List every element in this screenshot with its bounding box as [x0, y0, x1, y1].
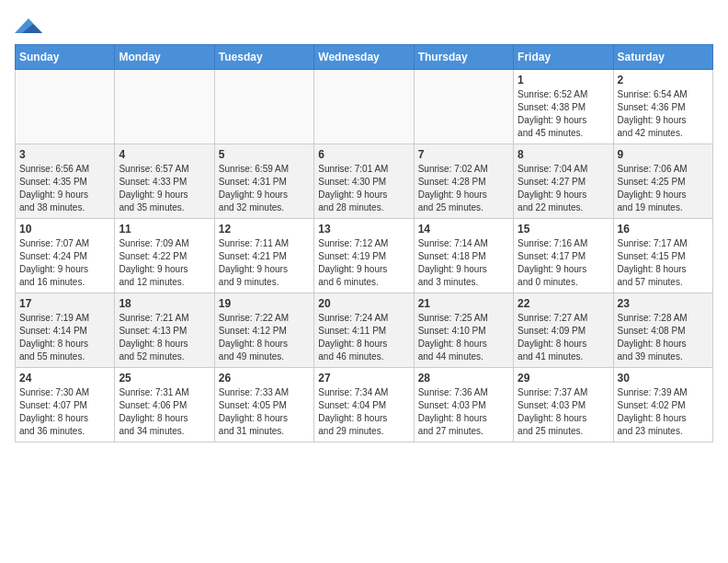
- day-info: Sunrise: 7:17 AM Sunset: 4:15 PM Dayligh…: [618, 237, 709, 289]
- day-info: Sunrise: 7:11 AM Sunset: 4:21 PM Dayligh…: [219, 237, 310, 289]
- day-number: 9: [618, 148, 709, 161]
- day-info: Sunrise: 7:07 AM Sunset: 4:24 PM Dayligh…: [19, 237, 110, 289]
- day-info: Sunrise: 7:28 AM Sunset: 4:08 PM Dayligh…: [618, 312, 709, 363]
- day-info: Sunrise: 7:06 AM Sunset: 4:25 PM Dayligh…: [618, 163, 709, 214]
- calendar-week-row: 3Sunrise: 6:56 AM Sunset: 4:35 PM Daylig…: [16, 144, 713, 219]
- day-info: Sunrise: 7:14 AM Sunset: 4:18 PM Dayligh…: [418, 237, 509, 289]
- day-number: 23: [618, 297, 709, 310]
- weekday-header: Sunday: [16, 45, 115, 70]
- calendar-day-cell: 21Sunrise: 7:25 AM Sunset: 4:10 PM Dayli…: [414, 293, 513, 368]
- day-number: 13: [318, 223, 409, 236]
- day-info: Sunrise: 7:16 AM Sunset: 4:17 PM Dayligh…: [518, 237, 609, 289]
- calendar-header-row: SundayMondayTuesdayWednesdayThursdayFrid…: [16, 45, 713, 70]
- day-info: Sunrise: 7:39 AM Sunset: 4:02 PM Dayligh…: [618, 386, 709, 438]
- calendar-day-cell: [16, 70, 115, 144]
- day-info: Sunrise: 7:25 AM Sunset: 4:10 PM Dayligh…: [418, 312, 509, 363]
- weekday-header: Saturday: [613, 45, 712, 70]
- day-info: Sunrise: 6:59 AM Sunset: 4:31 PM Dayligh…: [219, 163, 310, 214]
- calendar-day-cell: [314, 70, 414, 144]
- calendar-week-row: 24Sunrise: 7:30 AM Sunset: 4:07 PM Dayli…: [16, 368, 713, 442]
- day-info: Sunrise: 7:30 AM Sunset: 4:07 PM Dayligh…: [19, 386, 110, 438]
- day-info: Sunrise: 7:33 AM Sunset: 4:05 PM Dayligh…: [219, 386, 310, 438]
- day-number: 7: [418, 148, 509, 161]
- day-number: 15: [518, 223, 609, 236]
- day-info: Sunrise: 7:24 AM Sunset: 4:11 PM Dayligh…: [318, 312, 409, 363]
- calendar-day-cell: 9Sunrise: 7:06 AM Sunset: 4:25 PM Daylig…: [613, 144, 712, 219]
- day-info: Sunrise: 7:09 AM Sunset: 4:22 PM Dayligh…: [119, 237, 210, 289]
- logo: [15, 15, 46, 37]
- calendar-day-cell: 30Sunrise: 7:39 AM Sunset: 4:02 PM Dayli…: [613, 368, 712, 442]
- day-info: Sunrise: 7:01 AM Sunset: 4:30 PM Dayligh…: [318, 163, 409, 214]
- calendar-day-cell: [414, 70, 513, 144]
- calendar-day-cell: 12Sunrise: 7:11 AM Sunset: 4:21 PM Dayli…: [214, 219, 313, 293]
- day-info: Sunrise: 7:12 AM Sunset: 4:19 PM Dayligh…: [318, 237, 409, 289]
- page-header: [15, 15, 713, 37]
- weekday-header: Tuesday: [214, 45, 313, 70]
- day-info: Sunrise: 7:02 AM Sunset: 4:28 PM Dayligh…: [418, 163, 509, 214]
- calendar-day-cell: 23Sunrise: 7:28 AM Sunset: 4:08 PM Dayli…: [613, 293, 712, 368]
- calendar-day-cell: 2Sunrise: 6:54 AM Sunset: 4:36 PM Daylig…: [613, 70, 712, 144]
- calendar-day-cell: 7Sunrise: 7:02 AM Sunset: 4:28 PM Daylig…: [414, 144, 513, 219]
- day-number: 3: [19, 148, 110, 161]
- calendar-day-cell: 3Sunrise: 6:56 AM Sunset: 4:35 PM Daylig…: [16, 144, 115, 219]
- calendar-day-cell: 13Sunrise: 7:12 AM Sunset: 4:19 PM Dayli…: [314, 219, 414, 293]
- weekday-header: Monday: [115, 45, 214, 70]
- calendar-day-cell: 27Sunrise: 7:34 AM Sunset: 4:04 PM Dayli…: [314, 368, 414, 442]
- calendar-day-cell: 6Sunrise: 7:01 AM Sunset: 4:30 PM Daylig…: [314, 144, 414, 219]
- calendar-day-cell: 16Sunrise: 7:17 AM Sunset: 4:15 PM Dayli…: [613, 219, 712, 293]
- day-number: 1: [518, 74, 609, 86]
- calendar-day-cell: 22Sunrise: 7:27 AM Sunset: 4:09 PM Dayli…: [514, 293, 613, 368]
- day-info: Sunrise: 7:22 AM Sunset: 4:12 PM Dayligh…: [219, 312, 310, 363]
- calendar-day-cell: 26Sunrise: 7:33 AM Sunset: 4:05 PM Dayli…: [214, 368, 313, 442]
- day-number: 4: [119, 148, 210, 161]
- calendar-day-cell: 29Sunrise: 7:37 AM Sunset: 4:03 PM Dayli…: [514, 368, 613, 442]
- logo-icon: [15, 15, 42, 37]
- day-info: Sunrise: 7:04 AM Sunset: 4:27 PM Dayligh…: [518, 163, 609, 214]
- day-number: 14: [418, 223, 509, 236]
- weekday-header: Thursday: [414, 45, 513, 70]
- calendar-week-row: 17Sunrise: 7:19 AM Sunset: 4:14 PM Dayli…: [16, 293, 713, 368]
- day-number: 20: [318, 297, 409, 310]
- calendar-day-cell: 24Sunrise: 7:30 AM Sunset: 4:07 PM Dayli…: [16, 368, 115, 442]
- calendar-week-row: 1Sunrise: 6:52 AM Sunset: 4:38 PM Daylig…: [16, 70, 713, 144]
- calendar-day-cell: [214, 70, 313, 144]
- calendar-day-cell: 28Sunrise: 7:36 AM Sunset: 4:03 PM Dayli…: [414, 368, 513, 442]
- day-number: 30: [618, 372, 709, 385]
- day-number: 2: [618, 74, 709, 86]
- day-info: Sunrise: 7:34 AM Sunset: 4:04 PM Dayligh…: [318, 386, 409, 438]
- calendar-day-cell: 17Sunrise: 7:19 AM Sunset: 4:14 PM Dayli…: [16, 293, 115, 368]
- day-info: Sunrise: 6:52 AM Sunset: 4:38 PM Dayligh…: [518, 88, 609, 140]
- day-number: 10: [19, 223, 110, 236]
- day-info: Sunrise: 7:27 AM Sunset: 4:09 PM Dayligh…: [518, 312, 609, 363]
- day-number: 26: [219, 372, 310, 385]
- day-number: 8: [518, 148, 609, 161]
- day-number: 22: [518, 297, 609, 310]
- calendar-day-cell: 1Sunrise: 6:52 AM Sunset: 4:38 PM Daylig…: [514, 70, 613, 144]
- calendar-day-cell: 19Sunrise: 7:22 AM Sunset: 4:12 PM Dayli…: [214, 293, 313, 368]
- day-number: 5: [219, 148, 310, 161]
- calendar-day-cell: 10Sunrise: 7:07 AM Sunset: 4:24 PM Dayli…: [16, 219, 115, 293]
- day-number: 11: [119, 223, 210, 236]
- weekday-header: Friday: [514, 45, 613, 70]
- day-info: Sunrise: 7:36 AM Sunset: 4:03 PM Dayligh…: [418, 386, 509, 438]
- day-number: 21: [418, 297, 509, 310]
- day-info: Sunrise: 7:19 AM Sunset: 4:14 PM Dayligh…: [19, 312, 110, 363]
- day-number: 19: [219, 297, 310, 310]
- day-number: 25: [119, 372, 210, 385]
- calendar-day-cell: [115, 70, 214, 144]
- day-number: 29: [518, 372, 609, 385]
- day-info: Sunrise: 7:37 AM Sunset: 4:03 PM Dayligh…: [518, 386, 609, 438]
- day-number: 6: [318, 148, 409, 161]
- day-info: Sunrise: 7:31 AM Sunset: 4:06 PM Dayligh…: [119, 386, 210, 438]
- day-number: 17: [19, 297, 110, 310]
- calendar-day-cell: 20Sunrise: 7:24 AM Sunset: 4:11 PM Dayli…: [314, 293, 414, 368]
- day-number: 28: [418, 372, 509, 385]
- calendar-day-cell: 15Sunrise: 7:16 AM Sunset: 4:17 PM Dayli…: [514, 219, 613, 293]
- day-info: Sunrise: 6:56 AM Sunset: 4:35 PM Dayligh…: [19, 163, 110, 214]
- day-info: Sunrise: 7:21 AM Sunset: 4:13 PM Dayligh…: [119, 312, 210, 363]
- day-number: 16: [618, 223, 709, 236]
- day-number: 12: [219, 223, 310, 236]
- day-number: 18: [119, 297, 210, 310]
- day-info: Sunrise: 6:54 AM Sunset: 4:36 PM Dayligh…: [618, 88, 709, 140]
- calendar-day-cell: 18Sunrise: 7:21 AM Sunset: 4:13 PM Dayli…: [115, 293, 214, 368]
